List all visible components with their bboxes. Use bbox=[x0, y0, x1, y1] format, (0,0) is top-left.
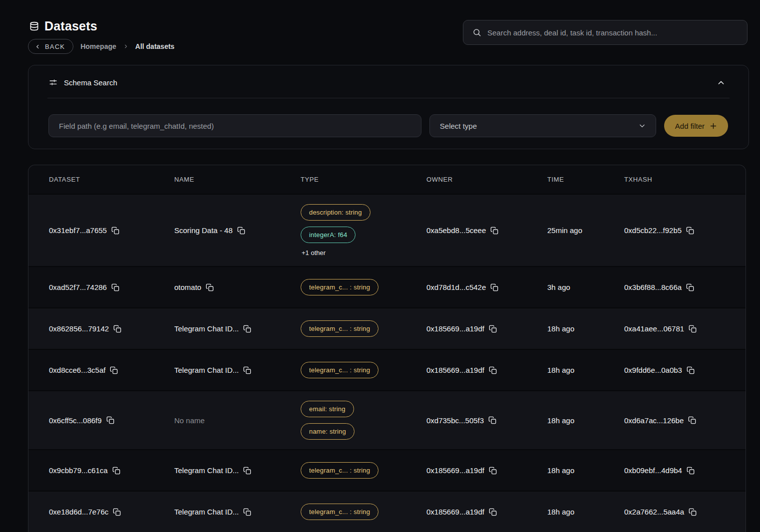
copy-icon[interactable] bbox=[689, 508, 697, 516]
breadcrumb: BACK Homepage All datasets bbox=[28, 39, 174, 54]
table-row[interactable]: 0xe18d6d...7e76c Telegram Chat ID... tel… bbox=[28, 491, 746, 532]
copy-icon[interactable] bbox=[206, 283, 214, 291]
time-ago: 18h ago bbox=[547, 416, 574, 425]
owner-address: 0xa5ebd8...5ceee bbox=[426, 226, 486, 235]
transaction-hash: 0x3b6f88...8c66a bbox=[624, 283, 682, 291]
type-badges: telegram_c... : string bbox=[301, 279, 379, 295]
time-ago: 18h ago bbox=[547, 366, 574, 374]
page-title: Datasets bbox=[44, 19, 97, 33]
copy-icon[interactable] bbox=[243, 508, 251, 516]
dataset-id: 0x9cbb79...c61ca bbox=[49, 466, 108, 475]
copy-icon[interactable] bbox=[687, 467, 695, 475]
copy-icon[interactable] bbox=[113, 325, 121, 333]
copy-icon[interactable] bbox=[111, 227, 119, 235]
breadcrumb-homepage[interactable]: Homepage bbox=[80, 42, 116, 50]
column-name: NAME bbox=[174, 176, 301, 183]
column-owner: OWNER bbox=[426, 176, 547, 183]
type-badges: telegram_c... : string bbox=[301, 504, 379, 520]
type-badges: telegram_c... : string bbox=[301, 320, 379, 337]
table-row[interactable]: 0xad52f7...74286 otomato telegram_c... :… bbox=[28, 266, 746, 307]
copy-icon[interactable] bbox=[489, 325, 497, 333]
chevron-right-icon bbox=[123, 44, 128, 49]
copy-icon[interactable] bbox=[686, 283, 694, 291]
copy-icon[interactable] bbox=[489, 508, 497, 516]
copy-icon[interactable] bbox=[687, 366, 695, 374]
transaction-hash: 0x2a7662...5aa4a bbox=[624, 508, 684, 516]
type-badge: telegram_c... : string bbox=[301, 279, 379, 295]
search-input[interactable] bbox=[487, 28, 738, 37]
table-row[interactable]: 0x9cbb79...c61ca Telegram Chat ID... tel… bbox=[28, 449, 746, 491]
dataset-id: 0x6cff5c...086f9 bbox=[49, 416, 102, 425]
dataset-id: 0xe18d6d...7e76c bbox=[49, 508, 108, 516]
owner-address: 0xd78d1d...c542e bbox=[426, 283, 486, 291]
type-badges: telegram_c... : string bbox=[301, 362, 379, 378]
owner-address: 0x185669...a19df bbox=[426, 324, 484, 333]
type-badge: telegram_c... : string bbox=[301, 362, 379, 378]
dataset-id: 0x31ebf7...a7655 bbox=[49, 226, 107, 235]
copy-icon[interactable] bbox=[243, 467, 251, 475]
type-badge: integerA: f64 bbox=[301, 227, 356, 243]
plus-icon bbox=[710, 122, 717, 130]
collapse-panel-button[interactable] bbox=[717, 79, 725, 87]
type-badge: telegram_c... : string bbox=[301, 504, 379, 520]
type-badges: email: stringname: string bbox=[301, 401, 355, 440]
back-button[interactable]: BACK bbox=[28, 39, 73, 54]
type-badge: name: string bbox=[301, 423, 355, 440]
table-row[interactable]: 0x6cff5c...086f9 No name email: stringna… bbox=[28, 390, 746, 449]
type-select-value: Select type bbox=[440, 122, 477, 130]
copy-icon[interactable] bbox=[243, 366, 251, 374]
copy-icon[interactable] bbox=[489, 366, 497, 374]
copy-icon[interactable] bbox=[490, 227, 498, 235]
time-ago: 18h ago bbox=[547, 508, 574, 516]
copy-icon[interactable] bbox=[243, 325, 251, 333]
add-filter-button[interactable]: Add filter bbox=[664, 115, 728, 137]
type-badge: description: string bbox=[301, 204, 371, 221]
field-path-input[interactable] bbox=[48, 114, 421, 137]
dataset-name: Scoring Data - 48 bbox=[174, 226, 233, 235]
table-body: 0x31ebf7...a7655 Scoring Data - 48 descr… bbox=[28, 194, 746, 532]
chevron-up-icon bbox=[717, 79, 725, 87]
copy-icon[interactable] bbox=[686, 227, 694, 235]
dataset-name: No name bbox=[174, 416, 205, 425]
copy-icon[interactable] bbox=[689, 325, 697, 333]
type-badges: telegram_c... : string bbox=[301, 462, 379, 479]
copy-icon[interactable] bbox=[489, 467, 497, 475]
dataset-name: Telegram Chat ID... bbox=[174, 508, 239, 516]
table-header: DATASET NAME TYPE OWNER TIME TXHASH bbox=[28, 165, 746, 194]
type-select[interactable]: Select type bbox=[429, 114, 656, 137]
type-badge: telegram_c... : string bbox=[301, 320, 379, 337]
copy-icon[interactable] bbox=[490, 283, 498, 291]
search-icon bbox=[472, 28, 481, 37]
table-row[interactable]: 0x862856...79142 Telegram Chat ID... tel… bbox=[28, 307, 746, 349]
dataset-id: 0x862856...79142 bbox=[49, 324, 109, 333]
copy-icon[interactable] bbox=[111, 283, 119, 291]
column-time: TIME bbox=[547, 176, 624, 183]
owner-address: 0xd735bc...505f3 bbox=[426, 416, 484, 425]
copy-icon[interactable] bbox=[688, 416, 696, 424]
table-row[interactable]: 0xd8cce6...3c5af Telegram Chat ID... tel… bbox=[28, 349, 746, 390]
copy-icon[interactable] bbox=[106, 416, 114, 424]
dataset-name: otomato bbox=[174, 283, 201, 291]
table-row[interactable]: 0x31ebf7...a7655 Scoring Data - 48 descr… bbox=[28, 194, 746, 266]
datasets-table: DATASET NAME TYPE OWNER TIME TXHASH 0x31… bbox=[28, 165, 746, 532]
database-icon bbox=[29, 21, 39, 31]
copy-icon[interactable] bbox=[488, 416, 496, 424]
transaction-hash: 0xa41aee...06781 bbox=[624, 324, 684, 333]
copy-icon[interactable] bbox=[113, 508, 121, 516]
time-ago: 18h ago bbox=[547, 324, 574, 333]
owner-address: 0x185669...a19df bbox=[426, 466, 484, 475]
transaction-hash: 0xd6a7ac...126be bbox=[624, 416, 684, 425]
dataset-name: Telegram Chat ID... bbox=[174, 366, 239, 374]
page-header: Datasets bbox=[29, 19, 97, 33]
type-badge: telegram_c... : string bbox=[301, 462, 379, 479]
transaction-hash: 0xb09ebf...4d9b4 bbox=[624, 466, 682, 475]
copy-icon[interactable] bbox=[110, 366, 118, 374]
copy-icon[interactable] bbox=[112, 467, 120, 475]
more-types-label: +1 other bbox=[301, 249, 326, 257]
back-label: BACK bbox=[45, 43, 65, 50]
copy-icon[interactable] bbox=[237, 227, 245, 235]
global-search[interactable] bbox=[463, 20, 748, 45]
chevron-left-icon bbox=[35, 44, 40, 49]
type-badge: email: string bbox=[301, 401, 354, 417]
transaction-hash: 0x9fdd6e...0a0b3 bbox=[624, 366, 682, 374]
